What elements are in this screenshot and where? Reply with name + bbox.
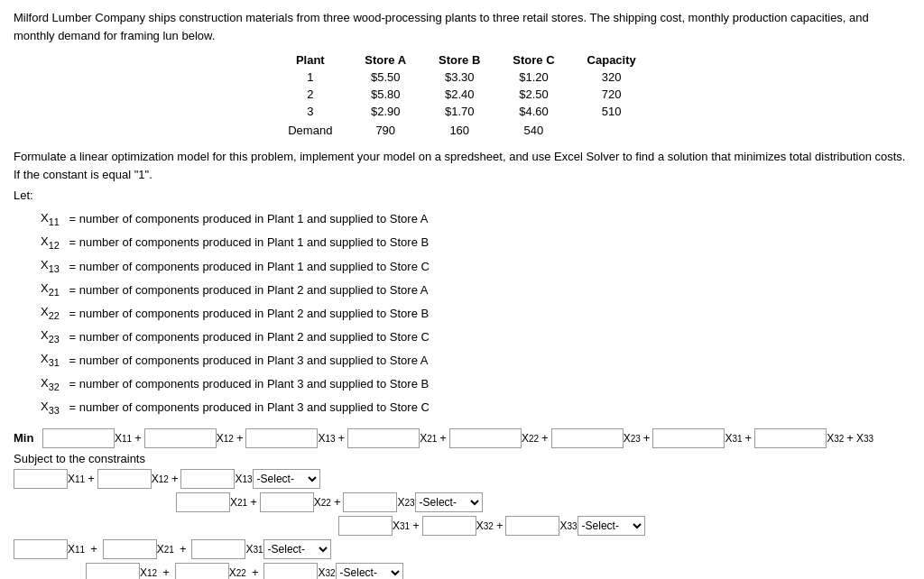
x32-label-obj: X32 xyxy=(827,432,844,445)
var-name: X32 xyxy=(41,372,66,396)
x23-input-obj[interactable] xyxy=(551,428,624,448)
x12-label-obj: X12 xyxy=(217,432,234,445)
x11-label-obj: X11 xyxy=(115,432,132,445)
c3-x32-input[interactable] xyxy=(422,516,476,536)
table-cell: $1.20 xyxy=(496,69,570,86)
x13-input-obj[interactable] xyxy=(245,428,318,448)
table-cell: $5.50 xyxy=(348,69,422,86)
x12-input-obj[interactable] xyxy=(144,428,217,448)
table-cell: 320 xyxy=(571,69,652,86)
table-cell: $1.70 xyxy=(422,103,496,120)
c1-x13-input[interactable] xyxy=(180,469,235,489)
table-demand-cell: Demand xyxy=(272,120,348,139)
c5-x32-label: X32 xyxy=(318,566,335,579)
col-store-a: Store A xyxy=(348,51,422,69)
table-cell: $5.80 xyxy=(348,86,422,103)
variable-row: X11 = number of components produced in P… xyxy=(41,207,910,231)
var-definition: = number of components produced in Plant… xyxy=(66,326,430,347)
c4-x31-label: X31 xyxy=(245,543,263,556)
var-name: X21 xyxy=(41,278,66,301)
var-definition: = number of components produced in Plant… xyxy=(66,232,429,253)
table-cell: 720 xyxy=(571,86,652,103)
x13-label-obj: X13 xyxy=(318,432,335,445)
c5-x12-label: X12 xyxy=(140,566,157,579)
min-row: Min X11 + X12 + X13 + X21 + X22 + X23 + … xyxy=(14,428,910,448)
var-definition: = number of components produced in Plant… xyxy=(66,208,428,229)
x21-label-obj: X21 xyxy=(420,432,437,445)
plus4: + xyxy=(439,431,447,445)
col-plant: Plant xyxy=(272,51,348,69)
constraint-row-4: X11 + X21 + X31 -Select- ≤ ≥ = xyxy=(14,539,910,559)
table-cell: $4.60 xyxy=(496,103,570,120)
var-definition: = number of components produced in Plant… xyxy=(66,280,428,300)
variable-row: X32 = number of components produced in P… xyxy=(41,372,910,396)
c2-x23-label: X23 xyxy=(397,496,414,509)
c1-x13-label: X13 xyxy=(235,473,252,485)
variable-row: X21 = number of components produced in P… xyxy=(41,278,910,301)
table-demand-cell: 540 xyxy=(496,120,570,139)
c4-x11-input[interactable] xyxy=(14,539,68,559)
var-name: X23 xyxy=(41,325,66,348)
c5-x12-input[interactable] xyxy=(86,563,140,579)
table-cell: $2.40 xyxy=(422,86,496,103)
c4-select[interactable]: -Select- ≤ ≥ = xyxy=(263,539,331,559)
var-definition: = number of components produced in Plant… xyxy=(66,303,429,324)
c1-x11-label: X11 xyxy=(68,473,85,485)
subject-label: Subject to the constraints xyxy=(14,452,910,465)
c3-x33-label: X33 xyxy=(559,519,577,532)
variable-row: X22 = number of components produced in P… xyxy=(41,301,910,325)
c4-x11-label: X11 xyxy=(68,543,85,556)
c5-x32-input[interactable] xyxy=(263,563,318,579)
c5-select[interactable]: -Select- ≤ ≥ = xyxy=(336,563,403,579)
var-definition: = number of components produced in Plant… xyxy=(66,256,430,277)
c2-x22-input[interactable] xyxy=(260,492,314,512)
intro-text: Milford Lumber Company ships constructio… xyxy=(14,9,910,44)
col-store-b: Store B xyxy=(422,51,496,69)
plus5: + xyxy=(541,431,549,445)
constraint-row-2: X21 + X22 + X23 -Select- ≤ ≥ = xyxy=(176,492,910,512)
col-store-c: Store C xyxy=(496,51,570,69)
var-name: X13 xyxy=(41,254,66,278)
x21-input-obj[interactable] xyxy=(347,428,420,448)
plus6: + xyxy=(643,431,651,445)
x32-input-obj[interactable] xyxy=(754,428,827,448)
table-demand-cell: 160 xyxy=(422,120,496,139)
x22-input-obj[interactable] xyxy=(449,428,522,448)
x31-label-obj: X31 xyxy=(725,432,742,445)
c2-select[interactable]: -Select- ≤ ≥ = xyxy=(415,492,483,512)
var-definition: = number of components produced in Plant… xyxy=(66,373,429,394)
c1-x12-input[interactable] xyxy=(97,469,152,489)
table-cell: 2 xyxy=(272,86,348,103)
c1-x11-input[interactable] xyxy=(14,469,68,489)
c2-x23-input[interactable] xyxy=(343,492,397,512)
x22-label-obj: X22 xyxy=(522,432,539,445)
c3-x31-input[interactable] xyxy=(338,516,393,536)
c1-select[interactable]: -Select- ≤ ≥ = xyxy=(253,469,320,489)
col-capacity: Capacity xyxy=(571,51,652,69)
c4-x31-input[interactable] xyxy=(191,539,245,559)
table-cell: $2.50 xyxy=(496,86,570,103)
x31-input-obj[interactable] xyxy=(652,428,725,448)
variable-row: X31 = number of components produced in P… xyxy=(41,348,910,372)
plus1: + xyxy=(134,431,142,445)
min-label: Min xyxy=(14,431,39,445)
table-cell: $2.90 xyxy=(348,103,422,120)
x33-label-obj: X33 xyxy=(856,432,873,445)
x23-label-obj: X23 xyxy=(624,432,641,445)
constraint-row-1: X11 + X12 + X13 -Select- ≤ ≥ = xyxy=(14,469,910,489)
c5-x22-label: X22 xyxy=(229,566,246,579)
min-section: Min X11 + X12 + X13 + X21 + X22 + X23 + … xyxy=(14,428,910,579)
plus8: + xyxy=(846,431,854,445)
var-definition: = number of components produced in Plant… xyxy=(66,350,428,371)
c4-x21-input[interactable] xyxy=(103,539,157,559)
c3-select[interactable]: -Select- ≤ ≥ = xyxy=(578,516,645,536)
c3-x33-input[interactable] xyxy=(505,516,559,536)
c5-x22-input[interactable] xyxy=(175,563,229,579)
var-name: X33 xyxy=(41,396,66,419)
c3-x32-label: X32 xyxy=(476,519,494,532)
table-demand-cell: 790 xyxy=(348,120,422,139)
c2-x21-input[interactable] xyxy=(176,492,230,512)
plus3: + xyxy=(338,431,346,445)
x11-input-obj[interactable] xyxy=(42,428,115,448)
variables-section: X11 = number of components produced in P… xyxy=(41,207,910,419)
